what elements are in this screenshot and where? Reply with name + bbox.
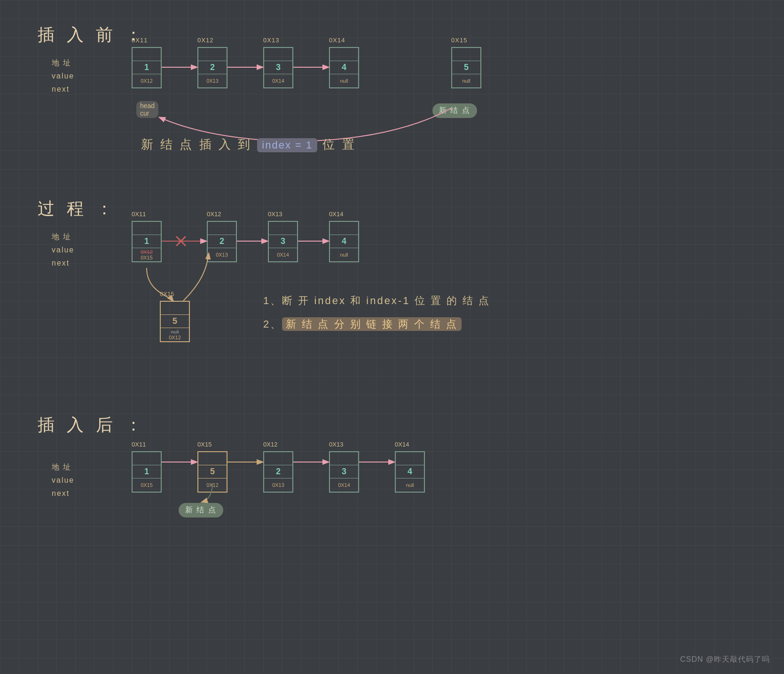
before-node-5: 0X15 5 null bbox=[451, 47, 481, 88]
after-label-addr: 地 址 bbox=[52, 461, 74, 474]
process-label-next: next bbox=[52, 257, 74, 270]
after-row-labels: 地 址 value next bbox=[52, 461, 74, 500]
before-label-addr: 地 址 bbox=[52, 56, 74, 70]
before-label-value: value bbox=[52, 70, 74, 83]
process-label-value: value bbox=[52, 243, 74, 257]
section-before: 插 入 前 ： bbox=[38, 24, 146, 47]
after-node-4: 0X13 3 0X14 bbox=[329, 451, 359, 493]
before-label-next: next bbox=[52, 83, 74, 96]
section-process: 过 程 ： bbox=[38, 197, 117, 220]
watermark: CSDN @昨天敲代码了吗 bbox=[680, 655, 770, 665]
after-node-2: 0X15 5 0X12 bbox=[197, 451, 227, 493]
svg-line-5 bbox=[176, 236, 186, 246]
before-node-2: 0X12 2 0X13 bbox=[197, 47, 227, 88]
before-node-1: 0X11 1 0X12 bbox=[132, 47, 162, 88]
before-annotation: 新 结 点 插 入 到 index = 1 位 置 bbox=[141, 136, 356, 153]
after-node-5: 0X14 4 null bbox=[395, 451, 425, 493]
process-node-2: 0X12 2 0X13 bbox=[207, 221, 237, 262]
process-row-labels: 地 址 value next bbox=[52, 230, 74, 270]
process-label-addr: 地 址 bbox=[52, 230, 74, 243]
process-node-1: 0X11 1 0X12 0X15 bbox=[132, 221, 162, 262]
before-head-label: headcur bbox=[136, 101, 158, 118]
after-label-next: next bbox=[52, 487, 74, 500]
before-new-node-badge: 新 结 点 bbox=[432, 103, 477, 118]
section-after-title: 插 入 后 ： bbox=[38, 414, 146, 437]
section-after: 插 入 后 ： bbox=[38, 414, 146, 437]
after-new-node-badge: 新 结 点 bbox=[179, 503, 223, 517]
after-label-value: value bbox=[52, 474, 74, 487]
before-row-labels: 地 址 value next bbox=[52, 56, 74, 96]
before-node-4: 0X14 4 null bbox=[329, 47, 359, 88]
svg-line-4 bbox=[176, 236, 186, 246]
section-process-title: 过 程 ： bbox=[38, 197, 117, 220]
process-node-3: 0X13 3 0X14 bbox=[268, 221, 298, 262]
after-node-3: 0X12 2 0X13 bbox=[263, 451, 293, 493]
process-node-4: 0X14 4 null bbox=[329, 221, 359, 262]
after-node-1: 0X11 1 0X15 bbox=[132, 451, 162, 493]
section-before-title: 插 入 前 ： bbox=[38, 24, 146, 47]
process-step-2: 2、新 结 点 分 别 链 接 两 个 结 点 bbox=[263, 315, 462, 334]
process-step-1: 1、断 开 index 和 index-1 位 置 的 结 点 bbox=[263, 291, 490, 310]
process-node-5: 0X15 5 null 0X12 bbox=[160, 301, 190, 342]
before-node-3: 0X13 3 0X14 bbox=[263, 47, 293, 88]
